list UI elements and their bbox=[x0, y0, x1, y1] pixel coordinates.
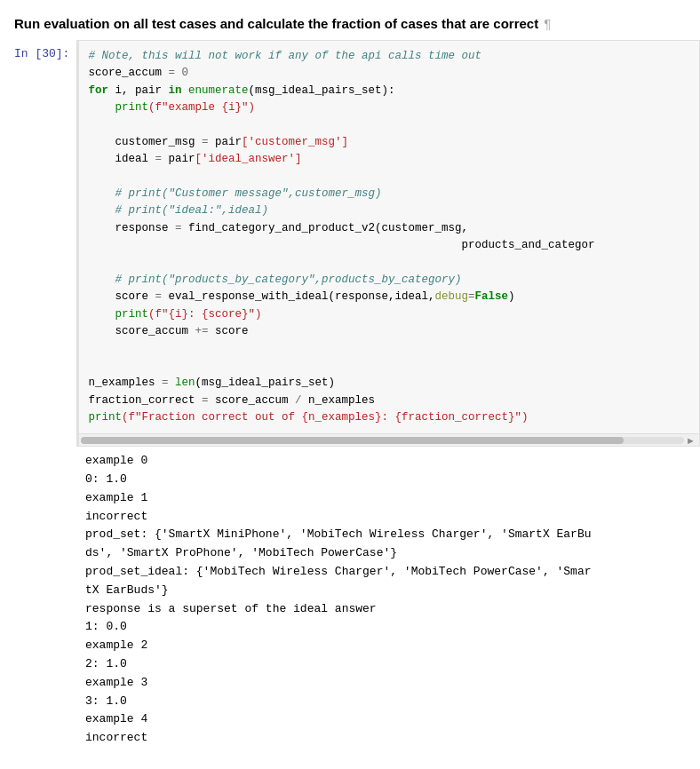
code-cell: In [30]: # Note, this will not work if a… bbox=[0, 40, 700, 447]
code-content: # Note, this will not work if any of the… bbox=[79, 41, 699, 433]
scrollbar-track[interactable] bbox=[81, 437, 684, 444]
code-line-comment-1: # Note, this will not work if any of the… bbox=[88, 50, 481, 62]
scroll-right-icon[interactable]: ► bbox=[684, 435, 697, 446]
output-area: example 0 0: 1.0 example 1 incorrect pro… bbox=[0, 447, 700, 751]
scrollbar-thumb[interactable] bbox=[81, 437, 624, 444]
pilcrow-icon[interactable]: ¶ bbox=[544, 16, 551, 31]
heading-text: Run evaluation on all test cases and cal… bbox=[14, 16, 538, 31]
cell-label: In [30]: bbox=[0, 40, 76, 60]
notebook-container: Run evaluation on all test cases and cal… bbox=[0, 0, 700, 760]
section-heading: Run evaluation on all test cases and cal… bbox=[0, 9, 700, 40]
scrollbar-area[interactable]: ► bbox=[79, 433, 699, 446]
code-block[interactable]: # Note, this will not work if any of the… bbox=[76, 40, 700, 447]
